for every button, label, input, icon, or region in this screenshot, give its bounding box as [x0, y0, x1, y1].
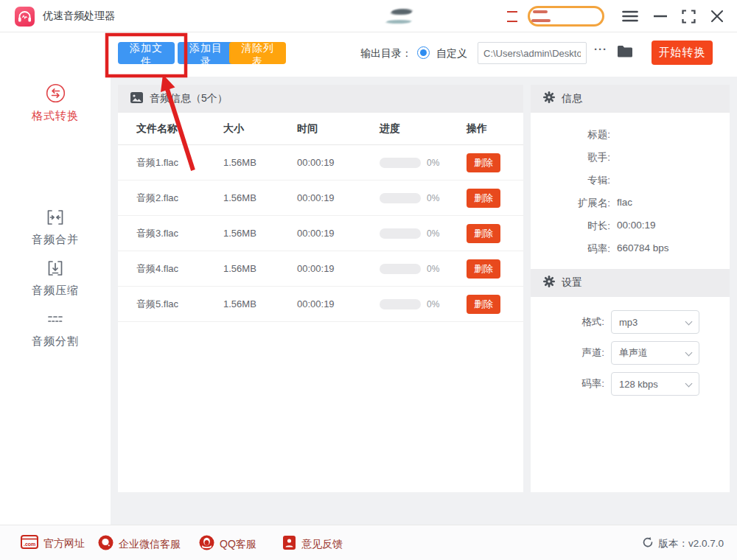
- custom-radio-label: 自定义: [436, 47, 467, 60]
- titlebar: 优速音频处理器: [0, 0, 737, 32]
- progress-text: 0%: [427, 193, 439, 203]
- add-file-button[interactable]: 添加文件: [118, 42, 175, 64]
- progress-text: 0%: [427, 264, 439, 274]
- redacted-artifact: [507, 11, 517, 13]
- info-row-extension: 扩展名:flac: [531, 197, 730, 210]
- open-folder-icon[interactable]: [617, 45, 633, 61]
- chevron-down-icon: [685, 380, 693, 388]
- format-convert-icon: [46, 83, 66, 104]
- progress-text: 0%: [427, 228, 439, 239]
- progress-bar: [380, 193, 421, 203]
- version-info: 版本：v2.0.7.0: [642, 536, 724, 551]
- close-icon[interactable]: [706, 6, 728, 27]
- official-website-link[interactable]: .com 官方网址: [21, 535, 85, 552]
- delete-button[interactable]: 删除: [467, 224, 500, 243]
- start-convert-button[interactable]: 开始转换: [652, 41, 713, 65]
- file-size: 1.56MB: [223, 228, 297, 239]
- website-icon: .com: [21, 535, 38, 552]
- delete-button[interactable]: 删除: [467, 189, 500, 208]
- image-icon: [130, 92, 143, 106]
- delete-button[interactable]: 删除: [467, 153, 500, 172]
- redacted-artifact: [507, 21, 517, 22]
- table-row: 音频1.flac 1.56MB 00:00:19 0% 删除: [118, 145, 523, 181]
- info-row-title: 标题:: [531, 128, 730, 141]
- redacted-artifact-icon: [385, 20, 413, 24]
- file-time: 00:00:19: [297, 263, 380, 274]
- col-action: 操作: [467, 122, 523, 136]
- file-time: 00:00:19: [297, 228, 380, 239]
- sidebar-item-label: 音频分割: [0, 335, 111, 349]
- app-logo-icon: [15, 7, 35, 27]
- info-header: 信息: [531, 85, 730, 113]
- audio-list-title: 音频信息（5个）: [150, 92, 228, 105]
- file-name: 音频2.flac: [136, 192, 223, 205]
- progress-bar: [380, 158, 421, 168]
- browse-more-button[interactable]: ···: [594, 43, 607, 55]
- add-directory-button[interactable]: 添加目录: [178, 42, 234, 64]
- bitrate-select[interactable]: 128 kbps: [611, 372, 699, 396]
- col-progress: 进度: [380, 122, 467, 136]
- audio-list-header: 音频信息（5个）: [118, 85, 523, 113]
- clear-list-button[interactable]: 清除列表: [229, 42, 286, 64]
- file-name: 音频3.flac: [136, 227, 223, 240]
- maximize-icon[interactable]: [677, 6, 699, 27]
- minimize-icon[interactable]: [649, 6, 671, 27]
- info-row-album: 专辑:: [531, 174, 730, 187]
- sidebar-item-format-convert[interactable]: 格式转换: [0, 83, 111, 123]
- bitrate-setting-row: 码率: 128 kbps: [531, 372, 730, 396]
- table-header: 文件名称 大小 时间 进度 操作: [118, 113, 523, 145]
- audio-list-panel: 音频信息（5个） 文件名称 大小 时间 进度 操作 音频1.flac 1.56M…: [118, 85, 523, 492]
- output-path-input[interactable]: [478, 42, 587, 64]
- redacted-artifact: [533, 10, 548, 13]
- sidebar-item-label: 格式转换: [0, 109, 111, 123]
- file-name: 音频4.flac: [136, 262, 223, 276]
- gear-icon: [543, 91, 555, 106]
- table-row: 音频5.flac 1.56MB 00:00:19 0% 删除: [118, 287, 523, 322]
- channel-select[interactable]: 单声道: [611, 341, 699, 365]
- file-size: 1.56MB: [223, 192, 297, 203]
- table-row: 音频2.flac 1.56MB 00:00:19 0% 删除: [118, 181, 523, 216]
- update-icon: [642, 536, 654, 551]
- audio-compress-icon: [46, 260, 64, 281]
- progress-bar: [380, 299, 421, 309]
- file-time: 00:00:19: [297, 157, 380, 168]
- footer: .com 官方网址 企业微信客服 QQ客服: [0, 525, 737, 560]
- sidebar-item-audio-compress[interactable]: 音频压缩: [0, 260, 111, 298]
- app-title: 优速音频处理器: [43, 10, 115, 23]
- delete-button[interactable]: 删除: [467, 259, 500, 279]
- feedback-link[interactable]: 意见反馈: [282, 535, 343, 553]
- progress-text: 0%: [427, 158, 439, 168]
- settings-header: 设置: [531, 269, 730, 297]
- file-time: 00:00:19: [297, 192, 380, 203]
- wechat-icon: [98, 535, 113, 553]
- sidebar-item-audio-merge[interactable]: 音频合并: [0, 209, 111, 247]
- audio-merge-icon: [46, 209, 64, 230]
- info-row-artist: 歌手:: [531, 151, 730, 164]
- svg-text:.com: .com: [24, 542, 35, 547]
- channel-setting-row: 声道: 单声道: [531, 341, 730, 365]
- wechat-support-link[interactable]: 企业微信客服: [98, 535, 181, 553]
- progress-bar: [380, 228, 421, 239]
- qq-support-link[interactable]: QQ客服: [199, 535, 256, 553]
- info-settings-panel: 信息 标题: 歌手: 专辑: 扩展名:flac 时长:00:00:19 码率:6…: [531, 85, 730, 492]
- file-size: 1.56MB: [223, 263, 297, 274]
- delete-button[interactable]: 删除: [467, 295, 500, 314]
- sidebar-item-audio-split[interactable]: 音频分割: [0, 311, 111, 349]
- file-size: 1.56MB: [223, 157, 297, 168]
- info-row-duration: 时长:00:00:19: [531, 220, 730, 233]
- output-dir-label: 输出目录：: [360, 47, 412, 60]
- info-row-bitrate: 码率:660784 bps: [531, 242, 730, 256]
- qq-icon: [199, 535, 214, 553]
- sidebar-item-label: 音频合并: [0, 233, 111, 247]
- progress-bar: [380, 264, 421, 274]
- file-time: 00:00:19: [297, 298, 380, 309]
- redacted-artifact: [531, 19, 551, 22]
- table-row: 音频3.flac 1.56MB 00:00:19 0% 删除: [118, 216, 523, 251]
- custom-radio[interactable]: [417, 46, 430, 59]
- menu-icon[interactable]: [619, 6, 641, 27]
- col-filename: 文件名称: [136, 122, 223, 136]
- file-name: 音频5.flac: [136, 298, 223, 311]
- redacted-badge: [528, 6, 604, 27]
- format-select[interactable]: mp3: [611, 310, 699, 334]
- col-size: 大小: [223, 122, 297, 136]
